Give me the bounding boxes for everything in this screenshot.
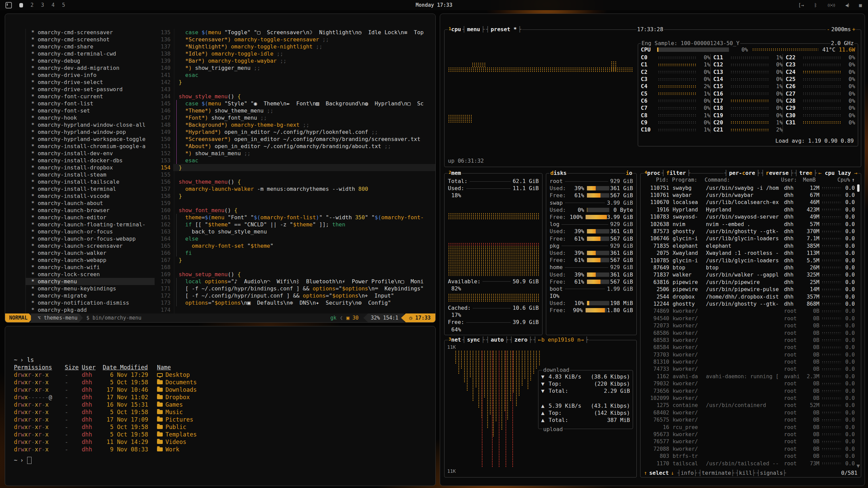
shell-prompt-line-2[interactable]: ~› — [14, 456, 197, 464]
proc-row[interactable]: 102099kworker/root0B0.0 — [643, 394, 855, 402]
proc-row[interactable]: 12244ghostty/usr/bin/ghostty --gtk-dhh86… — [643, 300, 855, 307]
filter-button[interactable]: filter — [666, 170, 687, 176]
file-list-item[interactable]: * omarchy-launch-about — [26, 200, 155, 207]
file-list-item[interactable]: * omarchy-install-steam — [26, 171, 155, 178]
per-core-toggle[interactable]: per-core — [728, 170, 756, 176]
file-list-item[interactable]: * omarchy-install-docker-dbs — [26, 157, 155, 164]
proc-row[interactable]: 73656kworker/root0B0.0 — [643, 387, 855, 394]
file-list-item[interactable]: * omarchy-font-list — [26, 100, 155, 107]
file-list-item[interactable]: * omarchy-hook — [26, 114, 155, 121]
proc-row[interactable]: 76575kworker/root0B0.0 — [643, 416, 855, 424]
file-list-item[interactable]: * omarchy-hyprland-window-pop — [26, 128, 155, 136]
file-list-item[interactable]: * omarchy-drive-set-password — [26, 86, 155, 93]
network-icon[interactable]: ((•)) — [827, 3, 835, 7]
proc-row[interactable]: 71837walker/usr/bin/walker --gappldhh325… — [643, 271, 855, 279]
file-list-item[interactable]: * omarchy-cmd-terminal-cwd — [26, 50, 155, 57]
info-button[interactable]: ┤info├ — [677, 470, 697, 476]
file-list-item[interactable]: * omarchy-install-dropbox — [26, 164, 155, 171]
proc-row[interactable]: 110751swaybg/usr/bin/swaybg -i /homdhh12… — [643, 184, 855, 191]
select-up-button[interactable]: ↑ — [644, 470, 647, 476]
file-list-item[interactable]: * omarchy-lock-screen — [26, 271, 155, 278]
proc-row[interactable]: 95673kworker/root0B0.0 — [643, 431, 855, 438]
preset-button[interactable]: preset * — [490, 26, 517, 33]
kill-button[interactable]: ┤kill├ — [736, 470, 755, 476]
proc-scrollbar[interactable] — [857, 184, 860, 192]
file-list-item[interactable]: * omarchy-launch-walker — [26, 249, 155, 257]
file-list-item[interactable]: * omarchy-install-terminal — [26, 185, 155, 192]
net-interface-switcher[interactable]: ←b enp191s0 n→ — [537, 337, 585, 343]
file-list-item[interactable]: * omarchy-install-chromium-google-a — [26, 143, 155, 150]
code-pane[interactable]: case $(menu "Toggle" "▢ Screensaver\n☽ N… — [179, 29, 435, 313]
proc-row[interactable]: 87649btopbtopdhh26M0.0 — [643, 264, 855, 271]
file-list-item[interactable]: * omarchy-cmd-screensaver — [26, 29, 155, 36]
file-list-item[interactable]: * omarchy-hyprland-workspace-toggle — [26, 136, 155, 143]
proc-row[interactable]: 68583kworker/root0B0.0 — [643, 337, 855, 344]
proc-row[interactable]: 63816pipewire/usr/bin/pipewiredhh25M0.0 — [643, 279, 855, 286]
proc-row[interactable]: 87573ghostty/usr/bin/ghostty --gtk-dhh37… — [643, 228, 855, 235]
proc-row[interactable]: 68586kworker/root0B0.0 — [643, 329, 855, 337]
proc-row[interactable]: 76577kworker/root0B0.0 — [643, 438, 855, 445]
io-toggle[interactable]: io — [625, 170, 633, 176]
update-decrease-button[interactable]: - — [826, 26, 831, 33]
file-list-item[interactable]: * omarchy-install-dev-env — [26, 150, 155, 157]
proc-row[interactable]: 16rcu_preeroot0B0.0 — [643, 424, 855, 431]
net-auto-button[interactable]: auto — [490, 337, 505, 343]
proc-row[interactable]: 1162avahi-daavahi-daemon: running [avahi… — [643, 373, 855, 380]
proc-row[interactable]: 106746glycin-i/usr/lib/glycin-loadersdhh… — [643, 235, 855, 242]
reverse-toggle[interactable]: reverse — [765, 170, 789, 176]
sort-selector[interactable]: ← cpu lazy → — [817, 170, 858, 176]
file-list-item[interactable]: * omarchy-migrate — [26, 292, 155, 299]
file-list-item[interactable]: * omarchy-launch-editor — [26, 214, 155, 221]
terminal-window[interactable]: ~›ls PermissionsSizeUserDate ModifiedNam… — [5, 326, 436, 486]
proc-row[interactable]: 1275containe/usr/bin/containerdroot52M0.… — [643, 402, 855, 409]
update-increase-button[interactable]: + — [851, 26, 856, 33]
file-list-item[interactable]: * omarchy-launch-screensaver — [26, 242, 155, 249]
menu-button[interactable]: menu — [466, 26, 481, 33]
tree-toggle[interactable]: tree — [798, 170, 813, 176]
file-list-item[interactable]: * omarchy-font-current — [26, 93, 155, 100]
proc-row[interactable]: 72088kworker/root0B0.0 — [643, 445, 855, 452]
proc-row[interactable]: 2075XwaylandXwayland :1 -rootless -dhh11… — [643, 250, 855, 257]
file-list-item[interactable]: * omarchy-menu-keybindings — [26, 285, 155, 292]
file-list-item[interactable]: * omarchy-install-vscode — [26, 192, 155, 200]
file-list-item[interactable]: * omarchy-launch-webapp — [26, 257, 155, 264]
proc-row[interactable]: 74869kworker/root0B0.0 — [643, 308, 855, 315]
file-list-item[interactable]: * omarchy-font-set — [26, 107, 155, 114]
file-list-item[interactable]: * omarchy-dev-add-migration — [26, 64, 155, 72]
file-list-item[interactable]: * omarchy-cmd-screenshot — [26, 36, 155, 43]
proc-row[interactable]: 73703kworker/root0B0.0 — [643, 351, 855, 358]
proc-row[interactable]: 1170tailscal/usr/sbin/tailscaled --root7… — [643, 460, 855, 467]
proc-row[interactable]: 1916HyprlandHyprlanddhh423M0.0 — [643, 206, 855, 213]
file-list-item[interactable]: * omarchy-debug — [26, 57, 155, 64]
proc-header-row[interactable]: Pid:Program:Command:User:MemBCpu%↑ — [643, 176, 855, 183]
file-list-item[interactable]: * omarchy-launch-wifi — [26, 264, 155, 271]
file-list-item[interactable]: * omarchy-cmd-share — [26, 43, 155, 50]
proc-row[interactable]: 110785glycin-i/usr/lib/glycin-loadersdhh… — [643, 257, 855, 264]
net-sync-button[interactable]: sync — [466, 337, 481, 343]
proc-row[interactable]: 68584kworker/root0B0.0 — [643, 344, 855, 351]
file-list-item[interactable]: * omarchy-launch-or-focus-webapp — [26, 235, 155, 242]
file-list-item[interactable]: * omarchy-menu — [26, 278, 155, 285]
select-down-button[interactable]: ↓ — [671, 470, 674, 476]
file-list-item[interactable]: * omarchy-drive-info — [26, 72, 155, 79]
proc-row[interactable]: 110670localsea/usr/lib/localsearch-exdhh… — [643, 199, 855, 206]
proc-row[interactable]: 2506pipewire/usr/bin/pipewire-pulsedhh14… — [643, 286, 855, 293]
proc-row[interactable]: 110783swayosd-/usr/bin/swayosd-serverdhh… — [643, 214, 855, 221]
file-list-item[interactable]: * omarchy-launch-or-focus — [26, 228, 155, 235]
proc-row[interactable]: 803btrfs-trroot0B0.0 — [643, 452, 855, 460]
proc-row[interactable]: 72073kworker/root0B0.0 — [643, 322, 855, 329]
proc-row[interactable]: 68402kworker/root0B0.0 — [643, 409, 855, 416]
file-list-item[interactable]: * omarchy-launch-browser — [26, 207, 155, 214]
cpu-icon[interactable]: ▦ — [859, 2, 862, 8]
file-list-item[interactable]: * omarchy-drive-select — [26, 79, 155, 86]
proc-row[interactable]: 79032kworker/root0B0.0 — [643, 380, 855, 387]
proc-row[interactable]: 71835elephantelephantdhh385M0.0 — [643, 242, 855, 249]
proc-row[interactable]: 102638nvimnvim --embed .dhh57M0.0 — [643, 221, 855, 228]
file-list-item[interactable]: * omarchy-install-tailscale — [26, 178, 155, 185]
net-zero-button[interactable]: zero — [514, 337, 528, 343]
scroll-down-icon[interactable]: ▼ — [856, 463, 860, 469]
proc-row[interactable]: 110761waybar/usr/bin/waybardhh67M0.0 — [643, 191, 855, 199]
terminate-button[interactable]: ┤terminate├ — [698, 470, 734, 476]
bluetooth-icon[interactable]: ᛒ — [814, 2, 817, 8]
proc-row[interactable]: 74733kworker/root0B0.0 — [643, 366, 855, 373]
